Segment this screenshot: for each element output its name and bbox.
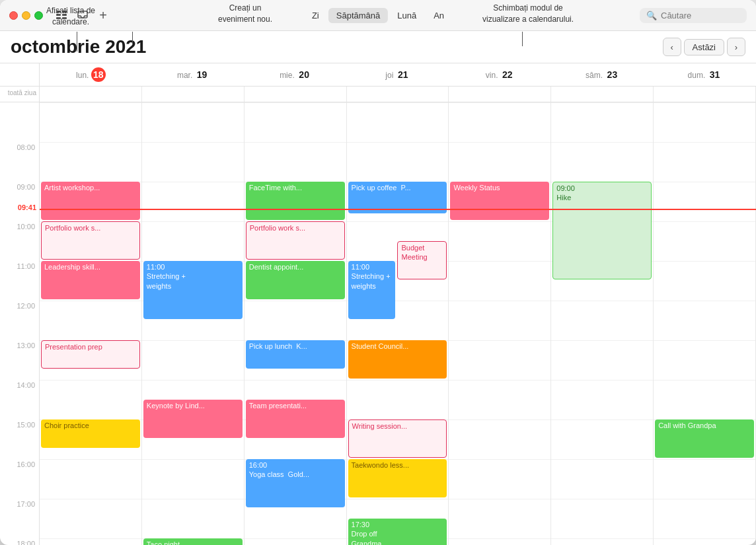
time-slot-16: 16:00: [0, 459, 39, 499]
calendar-event[interactable]: Budget Meeting: [397, 241, 447, 279]
day-short-tue: mar.: [177, 71, 192, 80]
svg-rect-2: [56, 17, 61, 19]
hour-line: [449, 301, 550, 301]
maximize-button[interactable]: [34, 11, 43, 20]
cal-header: octombrie 2021 ‹ Astăzi ›: [0, 31, 756, 63]
prev-button[interactable]: ‹: [663, 38, 681, 56]
day-col-mon: Artist workshop...Portfolio work s...Lea…: [40, 102, 142, 545]
day-short-wed: mie.: [280, 71, 295, 80]
calendar-event[interactable]: Presentation prep: [41, 340, 140, 369]
toolbar-icons: +: [52, 7, 112, 24]
hour-line: [142, 142, 244, 143]
hour-line: [449, 380, 550, 381]
day-col-fri: Weekly Status: [449, 102, 551, 545]
days-grid: Artist workshop...Portfolio work s...Lea…: [40, 102, 756, 545]
calendar-event[interactable]: Artist workshop...: [41, 182, 140, 220]
hour-line: [551, 102, 653, 103]
calendar-list-button[interactable]: [52, 7, 71, 24]
calendar-event[interactable]: Portfolio work s...: [246, 221, 345, 260]
hour-line: [449, 142, 550, 143]
hour-line: [40, 538, 141, 539]
time-slot-10: 10:00: [0, 221, 39, 261]
hour-line: [40, 380, 141, 381]
day-short-fri: vin.: [486, 71, 498, 80]
day-header-mon: lun. 18: [40, 63, 142, 86]
day-header-sun: dum. 31: [654, 63, 756, 86]
calendar-event[interactable]: Writing session...: [348, 419, 447, 458]
calendar-event[interactable]: 09:00 Hike: [552, 182, 652, 279]
hour-line: [142, 340, 244, 341]
minimize-button[interactable]: [22, 11, 30, 20]
cal-body: 08:0009:0010:0011:0012:0013:0014:0015:00…: [0, 102, 756, 545]
search-bar: 🔍: [640, 8, 747, 23]
time-slot-17: 17:00: [0, 499, 39, 538]
hour-line: [245, 102, 346, 103]
calendar-event[interactable]: Taco night: [143, 538, 243, 545]
close-button[interactable]: [9, 11, 18, 20]
hour-line: [142, 182, 244, 182]
calendar-event[interactable]: Student Council...: [348, 340, 447, 379]
calendar-event[interactable]: Pick up lunch K...: [246, 340, 345, 369]
day-header-fri: vin. 22: [449, 63, 551, 86]
day-short-thu: joi: [385, 71, 393, 80]
hour-line: [551, 538, 653, 539]
calendar-event[interactable]: Dentist appoint...: [246, 261, 345, 299]
calendar-event[interactable]: 11:00 Stretching + weights: [143, 261, 243, 319]
hour-line: [654, 340, 755, 341]
calendar-event[interactable]: 17:30 Drop off Grandma...: [348, 519, 447, 545]
hour-line: [449, 538, 550, 539]
month-title: octombrie 2021: [11, 36, 146, 57]
calendar-event[interactable]: Taekwondo less...: [348, 459, 447, 497]
day-num-fri: 22: [500, 67, 515, 82]
day-header-sat: sâm. 23: [551, 63, 654, 86]
calendar-event[interactable]: Choir practice: [41, 419, 140, 448]
all-day-cell-fri: [449, 87, 551, 102]
hour-line: [449, 261, 550, 262]
calendar-event[interactable]: 11:00 Stretching + weights: [348, 261, 396, 319]
hour-line: [654, 380, 755, 381]
hour-line: [245, 301, 346, 301]
calendar-event[interactable]: 16:00 Yoga class Gold...: [246, 459, 345, 507]
day-num-thu: 21: [396, 67, 410, 82]
next-button[interactable]: ›: [727, 38, 745, 56]
nav-buttons: ‹ Astăzi ›: [663, 38, 745, 56]
hour-line: [245, 380, 346, 381]
hour-line: [245, 142, 346, 143]
all-day-label: toată ziua: [0, 87, 40, 102]
day-num-sun: 31: [708, 67, 722, 82]
tab-day[interactable]: Zi: [304, 8, 327, 23]
hour-line: [654, 538, 755, 539]
all-day-cell-wed: [245, 87, 347, 102]
calendar-event[interactable]: Call with Grandpa: [655, 419, 754, 458]
calendar-event[interactable]: Team presentati...: [246, 400, 345, 438]
time-slot-13: 13:00: [0, 340, 39, 380]
day-header-wed: mie. 20: [245, 63, 347, 86]
day-col-sat: 09:00 Hike19:00: [551, 102, 654, 545]
calendar-event[interactable]: Weekly Status: [450, 182, 549, 220]
tab-year[interactable]: An: [426, 8, 452, 23]
calendar-event[interactable]: FaceTime with...: [246, 182, 345, 220]
hour-line: [551, 340, 653, 341]
hour-line: [551, 459, 653, 460]
today-button[interactable]: Astăzi: [684, 39, 724, 55]
inbox-button[interactable]: [73, 7, 92, 24]
search-input[interactable]: [661, 11, 740, 20]
hour-line: [347, 142, 449, 143]
tab-month[interactable]: Lună: [389, 8, 424, 23]
hour-line: [40, 459, 141, 460]
time-slot-7: [0, 102, 39, 142]
calendar-event[interactable]: Keynote by Lind...: [143, 400, 243, 438]
time-slot-8: 08:00: [0, 142, 39, 182]
calendar-event[interactable]: Leadership skill...: [41, 261, 140, 299]
day-short-mon: lun.: [76, 71, 89, 80]
calendar-event[interactable]: Portfolio work s...: [41, 221, 140, 260]
calendar-event[interactable]: Pick up coffee P...: [348, 182, 447, 213]
tab-week[interactable]: Săptămână: [328, 8, 389, 23]
view-tabs: Zi Săptămână Lună An: [304, 8, 452, 23]
hour-line: [347, 102, 449, 103]
hour-line: [551, 301, 653, 301]
hour-line: [654, 499, 755, 499]
hour-line: [40, 102, 141, 103]
day-short-sat: sâm.: [586, 71, 603, 80]
add-event-button[interactable]: +: [94, 7, 112, 24]
